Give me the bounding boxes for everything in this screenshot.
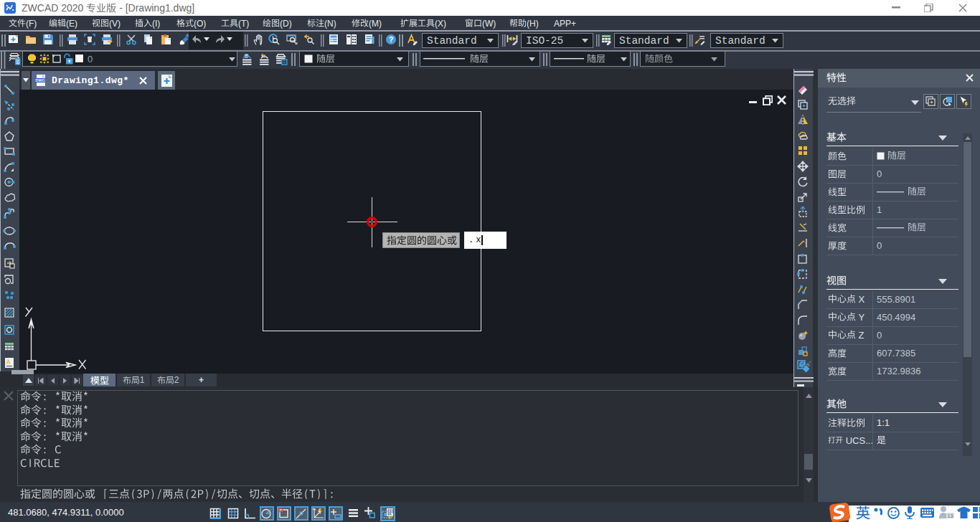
svg-text:13: 13: [948, 513, 953, 518]
svg-text:?: ?: [389, 35, 394, 44]
svg-text:DWG: DWG: [35, 78, 44, 82]
